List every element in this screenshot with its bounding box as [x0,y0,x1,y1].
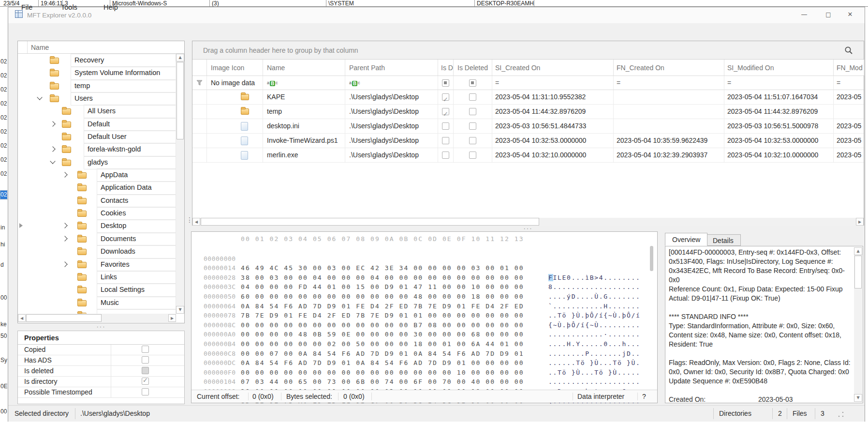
filter-image-icon[interactable]: No image data [207,76,263,90]
cell-si-created[interactable]: 2023-05-04 10:32:53.0000000 [492,134,614,148]
property-checkbox[interactable] [142,367,149,374]
title-bar[interactable] [8,7,865,23]
grid-header-is-dir[interactable]: Is Dir [438,60,454,76]
tree-node-label[interactable]: Contacts [97,194,176,208]
cell-fn-modified[interactable]: 2023-05 [834,148,864,162]
cell-parent-path[interactable]: .\Users\gladys\Desktop [345,105,438,119]
cell-fn-modified[interactable] [834,105,864,119]
tree-node-label[interactable]: Users [71,92,176,106]
tree-row[interactable]: Documents [18,232,176,245]
tree-row[interactable]: gladys [18,156,176,168]
tree-row[interactable]: Users [18,92,176,105]
cell-fn-created[interactable]: 2023-05-04 10:35:59.9622439 [614,134,724,148]
hex-scroll-thumb[interactable] [650,246,653,271]
tree-node-label[interactable]: Cookies [97,207,176,220]
is-dir-checkbox[interactable] [442,152,449,159]
file-row[interactable]: Invoke-TimeWizard.ps1 .\Users\gladys\Des… [192,134,864,148]
hex-row[interactable]: 00000064 7B 7E D9 01 FE D4 2F ED 7B 7E D… [191,292,657,302]
cell-name[interactable]: temp [263,105,345,119]
scroll-left-icon[interactable]: ◀ [192,218,200,226]
cell-parent-path[interactable]: .\Users\gladys\Desktop [345,90,438,104]
cell-fn-modified[interactable]: 2023-05 [834,90,864,104]
is-dir-checkbox[interactable] [442,108,449,115]
tree-header[interactable]: Name [18,41,184,54]
tab-details[interactable]: Details [706,234,741,246]
hex-row[interactable]: 0000008C 00 00 00 00 48 0B 59 0E 00 00 0… [191,311,657,320]
tree-row[interactable]: Favorites [18,258,176,271]
scroll-down-icon[interactable]: ▼ [176,306,184,314]
hex-row[interactable]: 00000014 38 00 03 00 00 04 00 00 00 04 0… [191,254,657,264]
maximize-button[interactable]: □ [821,9,836,20]
cell-parent-path[interactable]: .\Users\gladys\Desktop [345,119,438,133]
tree-node-label[interactable]: temp [71,79,176,93]
tree-row[interactable]: Contacts [18,194,176,207]
tree-node-label[interactable]: Default User [84,130,176,144]
file-row[interactable]: desktop.ini .\Users\gladys\Desktop 2023-… [192,119,864,134]
tree-horizontal-scrollbar[interactable]: ◀ ▶ [18,314,176,322]
scroll-thumb[interactable] [26,314,102,322]
tree-node-label[interactable]: Desktop [97,219,176,233]
cell-si-modified[interactable]: 2023-05-03 10:56:51.5000978 [724,119,834,133]
filter-fn-modified[interactable]: = [834,76,864,90]
property-checkbox[interactable] [142,388,149,395]
cell-si-modified[interactable]: 2023-05-04 10:32:10.0000000 [724,148,834,162]
grid-header-is-deleted[interactable]: Is Deleted [454,60,492,76]
grid-header-si-created[interactable]: SI_Created On [492,60,614,76]
file-row[interactable]: temp .\Users\gladys\Desktop 2023-05-04 1… [192,105,864,119]
filter-parent-path[interactable]: aBc [345,76,438,90]
tree-node-label[interactable] [97,309,176,314]
filter-si-created[interactable]: = [492,76,614,90]
tree-row[interactable]: All Users [18,105,176,117]
cell-fn-created[interactable] [614,105,724,119]
scroll-left-icon[interactable]: ◀ [18,314,26,322]
tree-row[interactable]: Recovery [18,54,176,66]
cell-parent-path[interactable]: .\Users\gladys\Desktop [345,148,438,162]
tree-row[interactable] [18,309,176,314]
tree-row[interactable]: Links [18,271,176,283]
cell-name[interactable]: KAPE [263,90,345,104]
hex-row[interactable]: 000000DC 00 00 00 00 00 00 00 00 00 00 0… [191,349,657,359]
group-by-bar[interactable]: Drag a column header here to group by th… [192,41,864,60]
tree-row[interactable]: Default User [18,130,176,143]
hex-row[interactable]: 000000A0 00 00 00 00 00 00 02 00 50 00 0… [191,320,657,330]
property-checkbox[interactable] [142,356,149,364]
is-deleted-checkbox[interactable] [469,137,476,144]
minimize-button[interactable]: — [796,9,812,20]
tree-node-label[interactable]: Documents [97,232,176,246]
hex-row[interactable]: 000000C8 0A 84 54 F6 AD 7D D9 01 0A 84 5… [191,339,657,349]
tree-row[interactable]: Desktop [18,219,176,232]
search-icon[interactable] [844,46,853,56]
tree-node-label[interactable]: System Volume Information [71,66,176,80]
cell-si-created[interactable]: 2023-05-04 10:32:10.0000000 [492,148,614,162]
hex-row[interactable]: 000000F0 07 03 44 00 65 00 73 00 6B 00 7… [191,358,657,368]
tab-overview[interactable]: Overview [665,233,707,246]
cell-name[interactable]: desktop.ini [263,119,345,133]
scroll-thumb[interactable] [854,256,862,288]
file-row[interactable]: KAPE .\Users\gladys\Desktop 2023-05-04 1… [192,90,864,105]
tree-row[interactable]: Application Data [18,181,176,194]
chevron-icon[interactable] [62,223,67,228]
indeterminate-checkbox[interactable] [442,79,449,87]
hex-row[interactable]: 000000B4 00 00 07 00 0A 84 54 F6 AD 7D D… [191,330,657,339]
property-checkbox[interactable] [142,378,149,385]
tree-properties-splitter[interactable]: ··· [17,323,185,331]
scroll-thumb[interactable] [177,62,184,139]
cell-si-modified[interactable]: 2023-05-04 10:32:53.0000000 [724,134,834,148]
cell-si-modified[interactable]: 2023-05-04 11:51:07.1647034 [724,90,834,104]
tree-node-label[interactable]: Links [97,271,176,284]
tree-row[interactable]: Downloads [18,245,176,258]
grid-hex-splitter[interactable]: ··· [192,226,864,231]
is-deleted-checkbox[interactable] [469,152,476,159]
data-interpreter-button[interactable]: Data interpreter [577,390,624,403]
hex-row[interactable]: 0000003C 60 00 00 00 00 00 00 00 00 00 0… [191,273,657,283]
hex-row[interactable]: 00000104 28 00 00 00 00 00 00 00 00 00 0… [191,368,657,378]
is-dir-checkbox[interactable] [442,137,449,144]
menu-help[interactable]: Help [103,0,118,15]
grid-header-si-modified[interactable]: SI_Modified On [724,60,834,76]
chevron-icon[interactable] [62,236,67,241]
filter-is-deleted[interactable] [454,76,492,90]
indeterminate-checkbox[interactable] [469,79,476,87]
tree-node-label[interactable]: Downloads [97,245,176,258]
grid-header-fn-created[interactable]: FN_Created On [614,60,724,76]
cell-name[interactable]: merlin.exe [263,148,345,162]
